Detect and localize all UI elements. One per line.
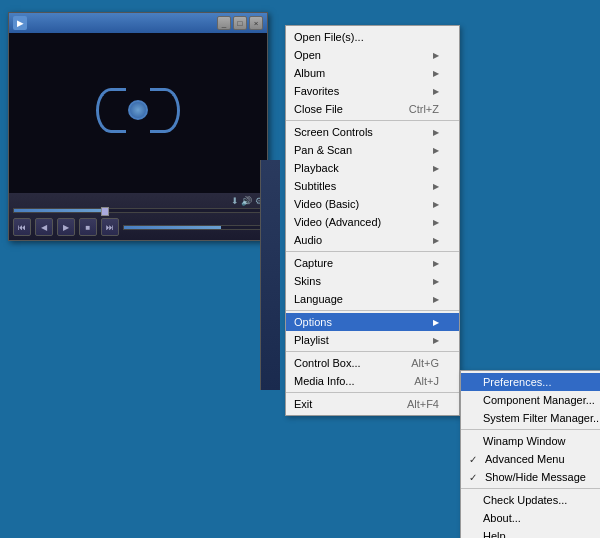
menu-arrow-3: ▶	[433, 87, 439, 96]
menu-item-label-6: Pan & Scan	[294, 144, 433, 156]
menu-item-19[interactable]: ExitAlt+F4	[286, 395, 459, 413]
menu-item-0[interactable]: Open File(s)...	[286, 28, 459, 46]
menu-arrow-1: ▶	[433, 51, 439, 60]
menu-item-1[interactable]: Open▶	[286, 46, 459, 64]
km-logo-graphic	[96, 88, 180, 133]
next-button[interactable]: ⏭	[101, 218, 119, 236]
submenu-label-7: About...	[483, 512, 600, 524]
rewind-button[interactable]: ◀	[35, 218, 53, 236]
submenu-label-0: Preferences...	[483, 376, 600, 388]
menu-item-9[interactable]: Video (Basic)▶	[286, 195, 459, 213]
menu-item-label-3: Favorites	[294, 85, 433, 97]
volume-fill	[124, 226, 221, 229]
submenu-item-3[interactable]: Winamp Window▶	[461, 432, 600, 450]
menu-item-label-18: Media Info...	[294, 375, 404, 387]
menu-arrow-2: ▶	[433, 69, 439, 78]
menu-item-shortcut-4: Ctrl+Z	[409, 103, 439, 115]
menu-arrow-5: ▶	[433, 128, 439, 137]
title-bar-left: ▶	[13, 16, 31, 30]
submenu-item-0[interactable]: Preferences...F2	[461, 373, 600, 391]
menu-item-14[interactable]: Language▶	[286, 290, 459, 308]
prev-button[interactable]: ⏮	[13, 218, 31, 236]
menu-item-4[interactable]: Close FileCtrl+Z	[286, 100, 459, 118]
menu-arrow-11: ▶	[433, 236, 439, 245]
menu-arrow-14: ▶	[433, 295, 439, 304]
menu-arrow-10: ▶	[433, 218, 439, 227]
menu-item-label-13: Skins	[294, 275, 433, 287]
close-button[interactable]: ×	[249, 16, 263, 30]
menu-item-12[interactable]: Capture▶	[286, 254, 459, 272]
menu-item-label-17: Control Box...	[294, 357, 401, 369]
menu-separator-11	[286, 251, 459, 252]
video-area	[9, 33, 267, 193]
time-display: ⬇ 🔊 ⚙	[13, 196, 263, 206]
menu-item-3[interactable]: Favorites▶	[286, 82, 459, 100]
menu-item-18[interactable]: Media Info...Alt+J	[286, 372, 459, 390]
submenu-item-1[interactable]: Component Manager...	[461, 391, 600, 409]
submenu-separator-5	[461, 488, 600, 489]
menu-item-13[interactable]: Skins▶	[286, 272, 459, 290]
menu-item-15[interactable]: Options▶	[286, 313, 459, 331]
progress-thumb	[101, 207, 109, 216]
menu-arrow-13: ▶	[433, 277, 439, 286]
stop-button[interactable]: ■	[79, 218, 97, 236]
submenu-item-7[interactable]: About...	[461, 509, 600, 527]
submenu-separator-2	[461, 429, 600, 430]
menu-separator-18	[286, 392, 459, 393]
submenu-label-5: Show/Hide Message	[485, 471, 600, 483]
title-bar: ▶ _ □ ×	[9, 13, 267, 33]
menu-item-label-9: Video (Basic)	[294, 198, 433, 210]
menu-item-shortcut-19: Alt+F4	[407, 398, 439, 410]
maximize-button[interactable]: □	[233, 16, 247, 30]
minimize-button[interactable]: _	[217, 16, 231, 30]
context-menu: Open File(s)...Open▶Album▶Favorites▶Clos…	[285, 25, 460, 416]
controls-bar: ⬇ 🔊 ⚙ ⏮ ◀ ▶ ■ ⏭	[9, 193, 267, 240]
menu-item-6[interactable]: Pan & Scan▶	[286, 141, 459, 159]
menu-arrow-9: ▶	[433, 200, 439, 209]
menu-item-5[interactable]: Screen Controls▶	[286, 123, 459, 141]
menu-separator-4	[286, 120, 459, 121]
menu-arrow-16: ▶	[433, 336, 439, 345]
menu-item-label-1: Open	[294, 49, 433, 61]
menu-item-label-7: Playback	[294, 162, 433, 174]
menu-item-label-15: Options	[294, 316, 433, 328]
progress-bar[interactable]	[13, 208, 263, 213]
menu-item-label-2: Album	[294, 67, 433, 79]
submenu-label-8: Help	[483, 530, 600, 538]
volume-slider[interactable]	[123, 225, 263, 230]
submenu-label-2: System Filter Manager...	[483, 412, 600, 424]
menu-item-label-11: Audio	[294, 234, 433, 246]
menu-item-label-19: Exit	[294, 398, 397, 410]
side-label	[260, 160, 280, 390]
menu-item-7[interactable]: Playback▶	[286, 159, 459, 177]
menu-arrow-12: ▶	[433, 259, 439, 268]
menu-item-11[interactable]: Audio▶	[286, 231, 459, 249]
km-center-circle	[128, 100, 148, 120]
submenu: Preferences...F2Component Manager...Syst…	[460, 370, 600, 538]
menu-item-label-5: Screen Controls	[294, 126, 433, 138]
menu-item-2[interactable]: Album▶	[286, 64, 459, 82]
submenu-item-5[interactable]: ✓Show/Hide Message	[461, 468, 600, 486]
menu-item-shortcut-18: Alt+J	[414, 375, 439, 387]
submenu-item-6[interactable]: Check Updates...	[461, 491, 600, 509]
submenu-label-3: Winamp Window	[483, 435, 600, 447]
submenu-item-8[interactable]: HelpF1	[461, 527, 600, 538]
play-button[interactable]: ▶	[57, 218, 75, 236]
submenu-item-2[interactable]: System Filter Manager...	[461, 409, 600, 427]
checkmark-5: ✓	[469, 472, 481, 483]
menu-item-label-10: Video (Advanced)	[294, 216, 433, 228]
app-icon: ▶	[13, 16, 27, 30]
menu-item-17[interactable]: Control Box...Alt+G	[286, 354, 459, 372]
checkmark-4: ✓	[469, 454, 481, 465]
submenu-item-4[interactable]: ✓Advanced Menu	[461, 450, 600, 468]
menu-item-10[interactable]: Video (Advanced)▶	[286, 213, 459, 231]
menu-item-label-12: Capture	[294, 257, 433, 269]
progress-fill	[14, 209, 101, 212]
menu-item-shortcut-17: Alt+G	[411, 357, 439, 369]
menu-item-label-0: Open File(s)...	[294, 31, 439, 43]
menu-item-16[interactable]: Playlist▶	[286, 331, 459, 349]
menu-separator-14	[286, 310, 459, 311]
menu-item-8[interactable]: Subtitles▶	[286, 177, 459, 195]
controls-icons: ⬇ 🔊 ⚙	[231, 196, 263, 206]
submenu-label-1: Component Manager...	[483, 394, 600, 406]
